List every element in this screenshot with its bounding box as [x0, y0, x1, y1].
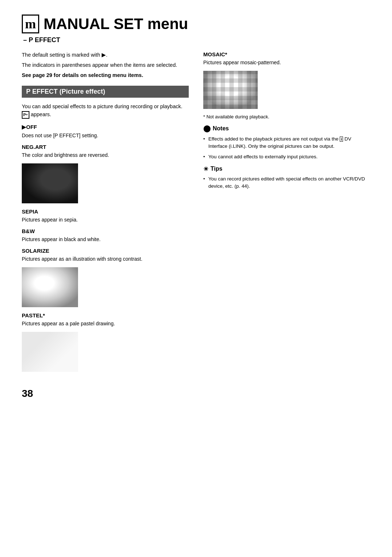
page-title: MANUAL SET menu [44, 15, 188, 33]
intro-bold: See page 29 for details on selecting men… [22, 72, 189, 80]
svg-rect-27 [203, 77, 210, 84]
tips-item-1: You can record pictures edited with spec… [203, 175, 370, 190]
option-mosaic-desc: Pictures appear mosaic-patterned. [203, 59, 370, 66]
svg-rect-20 [210, 71, 216, 77]
svg-rect-48 [236, 90, 242, 97]
tips-title: ☀ Tips [203, 166, 370, 172]
svg-point-10 [46, 284, 54, 291]
svg-rect-22 [223, 71, 229, 77]
notes-icon: ⬤ [203, 125, 211, 133]
svg-rect-43 [203, 90, 210, 97]
subtitle: – P EFFECT [22, 36, 370, 44]
svg-rect-31 [229, 77, 236, 84]
svg-point-7 [30, 272, 70, 302]
svg-rect-62 [223, 103, 229, 109]
solarize-image [22, 267, 78, 307]
right-column: MOSAIC* Pictures appear mosaic-patterned… [203, 51, 370, 377]
option-negart: NEG.ART The color and brightness are rev… [22, 144, 189, 203]
svg-rect-33 [242, 77, 249, 84]
svg-rect-32 [236, 77, 242, 84]
section-desc: You can add special effects to a picture… [22, 103, 189, 119]
option-pastel-label: PASTEL* [22, 312, 189, 318]
notes-title: ⬤ Notes [203, 125, 370, 133]
svg-rect-46 [223, 90, 229, 97]
svg-point-15 [42, 335, 66, 365]
mosaic-image [203, 71, 258, 109]
option-negart-desc: The color and brightness are reversed. [22, 151, 189, 159]
mosaic-footnote: * Not available during playback. [203, 114, 370, 119]
svg-rect-13 [22, 332, 78, 372]
svg-rect-50 [249, 90, 258, 97]
svg-rect-51 [203, 97, 210, 103]
svg-point-4 [46, 179, 54, 188]
manual-icon: m [22, 15, 39, 33]
notes-item-1: Effects added to the playback pictures a… [203, 135, 370, 150]
svg-rect-54 [223, 97, 229, 103]
svg-point-3 [49, 172, 64, 191]
svg-rect-42 [249, 84, 258, 90]
svg-rect-53 [216, 97, 223, 103]
svg-rect-18 [203, 71, 258, 109]
option-pastel: PASTEL* Pictures appear as a pale pastel… [22, 312, 189, 372]
option-solarize: SOLARIZE Pictures appear as an illustrat… [22, 248, 189, 307]
option-solarize-desc: Pictures appear as an illustration with … [22, 255, 189, 263]
svg-rect-66 [249, 103, 258, 109]
svg-point-17 [44, 345, 54, 359]
tips-section: ☀ Tips You can record pictures edited wi… [203, 166, 370, 190]
svg-rect-56 [236, 97, 242, 103]
option-bw-label: B&W [22, 228, 189, 234]
intro-line1: The default setting is marked with ▶. [22, 51, 189, 59]
svg-rect-26 [249, 71, 258, 77]
dv-icon: i [340, 137, 343, 142]
option-sepia-label: SEPIA [22, 208, 189, 215]
svg-rect-40 [236, 84, 242, 90]
option-off-label: ▶OFF [22, 124, 189, 130]
svg-rect-25 [242, 71, 249, 77]
svg-rect-64 [236, 103, 242, 109]
svg-point-2 [34, 169, 53, 190]
option-off-desc: Does not use [P EFFECT] setting. [22, 132, 189, 139]
svg-rect-35 [203, 84, 210, 90]
page-header: m MANUAL SET menu [22, 15, 370, 33]
tips-list: You can record pictures edited with spec… [203, 175, 370, 190]
option-sepia-desc: Pictures appear in sepia. [22, 216, 189, 224]
svg-rect-24 [236, 71, 242, 77]
option-off: ▶OFF Does not use [P EFFECT] setting. [22, 124, 189, 139]
svg-rect-44 [210, 90, 216, 97]
svg-rect-23 [229, 71, 236, 77]
svg-rect-29 [216, 77, 223, 84]
svg-point-8 [35, 271, 56, 296]
svg-rect-30 [223, 77, 229, 84]
svg-rect-34 [249, 77, 258, 84]
svg-rect-60 [210, 103, 216, 109]
option-pastel-desc: Pictures appear as a pale pastel drawing… [22, 320, 189, 328]
svg-rect-63 [229, 103, 236, 109]
option-bw-desc: Pictures appear in black and white. [22, 236, 189, 243]
left-column: The default setting is marked with ▶. Th… [22, 51, 189, 377]
svg-rect-36 [210, 84, 216, 90]
svg-rect-47 [229, 90, 236, 97]
notes-section: ⬤ Notes Effects added to the playback pi… [203, 125, 370, 160]
svg-rect-19 [203, 71, 210, 77]
section-header: P EFFECT (Picture effect) [22, 86, 189, 98]
svg-point-1 [32, 169, 68, 198]
svg-rect-12 [22, 267, 78, 307]
negart-image [22, 163, 78, 203]
svg-rect-49 [242, 90, 249, 97]
svg-rect-58 [249, 97, 258, 103]
option-sepia: SEPIA Pictures appear in sepia. [22, 208, 189, 224]
svg-rect-57 [242, 97, 249, 103]
svg-rect-39 [229, 84, 236, 90]
notes-item-2: You cannot add effects to externally inp… [203, 153, 370, 160]
svg-point-16 [47, 350, 53, 356]
svg-rect-0 [22, 163, 78, 203]
svg-point-14 [34, 336, 61, 368]
svg-rect-41 [242, 84, 249, 90]
option-negart-label: NEG.ART [22, 144, 189, 150]
svg-rect-28 [210, 77, 216, 84]
pastel-image [22, 332, 78, 372]
option-solarize-label: SOLARIZE [22, 248, 189, 254]
svg-rect-55 [229, 97, 236, 103]
svg-rect-59 [203, 103, 210, 109]
option-mosaic: MOSAIC* Pictures appear mosaic-patterned… [203, 51, 370, 119]
